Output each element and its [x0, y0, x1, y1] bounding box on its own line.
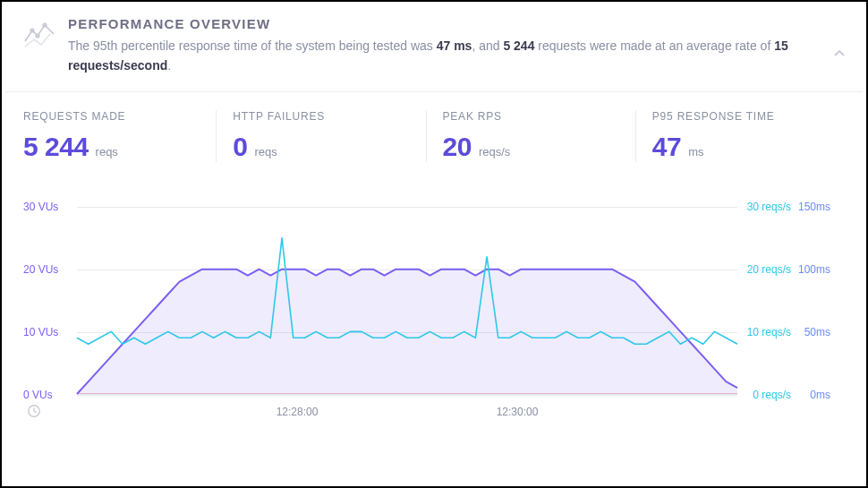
y-tick-right-ms: 0ms [810, 389, 830, 401]
summary-sentence: The 95th percentile response time of the… [68, 37, 802, 75]
page-title: PERFORMANCE OVERVIEW [68, 16, 845, 31]
stat-label: REQUESTS MADE [23, 110, 200, 123]
y-tick-right-rps: 30 reqs/s [747, 201, 791, 213]
y-tick-right-rps: 0 reqs/s [753, 389, 791, 401]
overview-header: PERFORMANCE OVERVIEW The 95th percentile… [2, 2, 866, 91]
summary-p95: 47 ms [437, 39, 472, 53]
chevron-up-icon [832, 47, 847, 61]
y-tick-left: 20 VUs [23, 263, 58, 276]
summary-total-reqs: 5 244 [503, 39, 534, 53]
stat-value: 0 [233, 132, 247, 162]
clock-icon [27, 404, 41, 422]
stat-value: 47 [652, 132, 681, 162]
y-tick-right-ms: 100ms [798, 263, 830, 276]
y-tick-left: 10 VUs [23, 326, 58, 338]
stat-unit: reqs/s [479, 145, 510, 158]
stat-unit: reqs [96, 145, 118, 158]
y-tick-left: 30 VUs [23, 201, 58, 213]
performance-chart: 0 VUs10 VUs20 VUs30 VUs0 reqs/s0ms10 req… [23, 207, 845, 422]
stat-p95-response: P95 RESPONSE TIME 47 ms [636, 110, 845, 162]
stat-value: 5 244 [23, 132, 89, 162]
summary-pre: The 95th percentile response time of the… [68, 39, 437, 53]
header-text: PERFORMANCE OVERVIEW The 95th percentile… [68, 16, 845, 75]
stat-unit: ms [688, 145, 703, 158]
stat-label: PEAK RPS [443, 110, 619, 123]
summary-mid2: requests were made at an average rate of [534, 39, 774, 53]
y-tick-right-ms: 150ms [798, 201, 830, 213]
stat-unit: reqs [254, 145, 277, 158]
summary-mid1: , and [472, 39, 503, 53]
stat-peak-rps: PEAK RPS 20 reqs/s [427, 110, 636, 162]
stats-row: REQUESTS MADE 5 244 reqs HTTP FAILURES 0… [2, 92, 866, 171]
collapse-toggle[interactable] [832, 47, 847, 64]
stat-http-failures: HTTP FAILURES 0 reqs [217, 110, 426, 162]
stat-label: P95 RESPONSE TIME [652, 110, 829, 123]
summary-post: . [167, 58, 171, 73]
x-tick: 12:30:00 [497, 406, 539, 418]
y-tick-right-rps: 20 reqs/s [747, 263, 791, 276]
stat-requests-made: REQUESTS MADE 5 244 reqs [23, 110, 217, 162]
performance-icon [23, 18, 55, 50]
y-tick-right-rps: 10 reqs/s [747, 326, 791, 338]
y-tick-left: 0 VUs [23, 389, 53, 401]
y-tick-right-ms: 50ms [804, 326, 830, 338]
x-tick: 12:28:00 [277, 406, 319, 418]
stat-value: 20 [443, 132, 472, 162]
stat-label: HTTP FAILURES [233, 110, 409, 123]
